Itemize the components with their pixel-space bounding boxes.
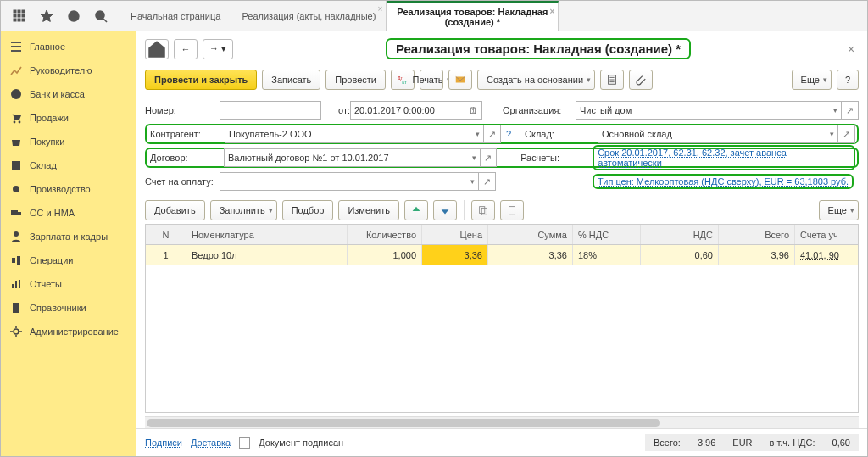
post-button[interactable]: Провести xyxy=(326,70,386,90)
svg-rect-16 xyxy=(11,210,18,215)
open-icon[interactable]: ↗ xyxy=(838,125,855,143)
date-label: от: xyxy=(326,105,350,115)
table-more-button[interactable]: Еще xyxy=(819,200,859,220)
tab-start[interactable]: Начальная страница xyxy=(120,1,231,31)
left-nav: Главное Руководителю Банк и касса Продаж… xyxy=(1,31,136,456)
paste-icon[interactable] xyxy=(500,200,524,220)
date-picker-icon[interactable]: 🗓 xyxy=(465,101,482,120)
th-n[interactable]: N xyxy=(146,225,186,244)
sklad-label: Склад: xyxy=(525,129,598,139)
mail-icon[interactable] xyxy=(448,70,472,90)
add-button[interactable]: Добавить xyxy=(145,200,205,220)
nav-manager[interactable]: Руководителю xyxy=(1,59,136,82)
create-based-button[interactable]: Создать на основании xyxy=(477,70,595,90)
nav-reports[interactable]: Отчеты xyxy=(1,272,136,296)
th-acc[interactable]: Счета уч xyxy=(795,225,858,244)
tab-realization[interactable]: Реализация (акты, накладные)× xyxy=(231,1,387,31)
nav-admin[interactable]: Администрирование xyxy=(1,320,136,343)
home-button[interactable] xyxy=(145,39,169,59)
contr-select[interactable]: Покупатель-2 ООО xyxy=(225,125,484,143)
cart-icon xyxy=(9,111,23,125)
nav-prod[interactable]: Производство xyxy=(1,177,136,201)
cell-price[interactable]: 3,36 xyxy=(422,245,488,265)
more-button[interactable]: Еще xyxy=(792,70,832,90)
delivery-link[interactable]: Доставка xyxy=(191,437,231,448)
tab-document[interactable]: Реализация товаров: Накладная (создание)… xyxy=(387,1,559,31)
open-icon[interactable]: ↗ xyxy=(479,172,496,191)
nav-ops[interactable]: Операции xyxy=(1,248,136,272)
help-button[interactable]: ? xyxy=(837,70,859,90)
cell-n[interactable]: 1 xyxy=(146,245,186,265)
tab-close-icon[interactable]: × xyxy=(550,7,555,16)
table-row[interactable]: 1 Ведро 10л 1,000 3,36 3,36 18% 0,60 3,9… xyxy=(146,245,858,265)
th-total[interactable]: Всего xyxy=(719,225,795,244)
forward-button[interactable]: → ▾ xyxy=(203,39,233,59)
nav-hr[interactable]: Зарплата и кадры xyxy=(1,225,136,248)
contract-label: Договор: xyxy=(150,153,224,163)
cell-vatp[interactable]: 18% xyxy=(573,245,641,265)
star-icon[interactable] xyxy=(36,6,57,26)
dt-kt-icon[interactable]: ДтКт xyxy=(391,70,415,90)
back-button[interactable]: ← xyxy=(174,39,198,59)
nav-label: Банк и касса xyxy=(30,89,85,99)
open-icon[interactable]: ↗ xyxy=(481,148,498,167)
cell-item[interactable]: Ведро 10л xyxy=(186,245,348,265)
nav-bank[interactable]: Банк и касса xyxy=(1,82,136,106)
sklad-select[interactable]: Основной склад xyxy=(598,125,838,143)
help-icon[interactable]: ? xyxy=(501,129,516,139)
nav-purchases[interactable]: Покупки xyxy=(1,130,136,153)
apps-icon[interactable] xyxy=(9,6,30,26)
move-down-icon[interactable] xyxy=(433,200,457,220)
org-select[interactable]: Чистый дом xyxy=(576,101,842,120)
write-button[interactable]: Записать xyxy=(262,70,320,90)
vat-label: в т.ч. НДС: xyxy=(770,437,815,448)
price-type-link[interactable]: Тип цен: Мелкооптовая (НДС сверху), EUR … xyxy=(598,176,849,187)
number-label: Номер: xyxy=(145,105,220,115)
move-up-icon[interactable] xyxy=(404,200,428,220)
svg-point-22 xyxy=(14,329,19,334)
horizontal-scrollbar[interactable] xyxy=(145,416,859,428)
th-item[interactable]: Номенклатура xyxy=(186,225,348,244)
pick-button[interactable]: Подбор xyxy=(282,200,334,220)
svg-rect-6 xyxy=(14,19,16,21)
fill-button[interactable]: Заполнить xyxy=(210,200,277,220)
admin-icon xyxy=(9,325,23,338)
history-icon[interactable] xyxy=(64,6,84,26)
th-price[interactable]: Цена xyxy=(422,225,488,244)
nav-main[interactable]: Главное xyxy=(1,35,136,59)
cell-acc[interactable]: 41.01, 90 xyxy=(795,245,858,265)
cell-vat[interactable]: 0,60 xyxy=(641,245,719,265)
nav-assets[interactable]: ОС и НМА xyxy=(1,201,136,225)
print-button[interactable]: Печать xyxy=(420,70,443,90)
th-qty[interactable]: Количество xyxy=(348,225,422,244)
invoice-select[interactable] xyxy=(220,172,479,191)
open-icon[interactable]: ↗ xyxy=(484,125,501,143)
cell-sum[interactable]: 3,36 xyxy=(488,245,573,265)
th-sum[interactable]: Сумма xyxy=(488,225,573,244)
nav-label: Справочники xyxy=(30,303,86,313)
svg-rect-21 xyxy=(19,280,20,288)
edit-button[interactable]: Изменить xyxy=(338,200,399,220)
th-vat[interactable]: НДС xyxy=(641,225,719,244)
nav-refs[interactable]: Справочники xyxy=(1,296,136,320)
signed-checkbox[interactable] xyxy=(239,437,250,449)
open-icon[interactable]: ↗ xyxy=(842,101,859,120)
svg-rect-8 xyxy=(22,19,25,21)
contract-select[interactable]: Валютный договор №1 от 10.01.2017 xyxy=(224,148,481,167)
post-close-button[interactable]: Провести и закрыть xyxy=(145,70,257,90)
nav-warehouse[interactable]: Склад xyxy=(1,153,136,177)
cell-qty[interactable]: 1,000 xyxy=(348,245,422,265)
calc-link[interactable]: Срок 20.01.2017, 62.31, 62.32, зачет ава… xyxy=(598,148,787,168)
tab-close-icon[interactable]: × xyxy=(377,4,382,14)
form-icon[interactable] xyxy=(600,70,624,90)
nav-sales[interactable]: Продажи xyxy=(1,106,136,130)
search-icon[interactable] xyxy=(91,6,111,26)
th-vatp[interactable]: % НДС xyxy=(573,225,641,244)
copy-icon[interactable] xyxy=(471,200,495,220)
close-button[interactable]: × xyxy=(843,42,859,56)
signatures-link[interactable]: Подписи xyxy=(145,437,182,448)
date-input[interactable]: 20.01.2017 0:00:00 xyxy=(350,101,465,120)
cell-total[interactable]: 3,96 xyxy=(719,245,795,265)
number-input[interactable] xyxy=(220,101,321,120)
attach-icon[interactable] xyxy=(629,70,653,90)
